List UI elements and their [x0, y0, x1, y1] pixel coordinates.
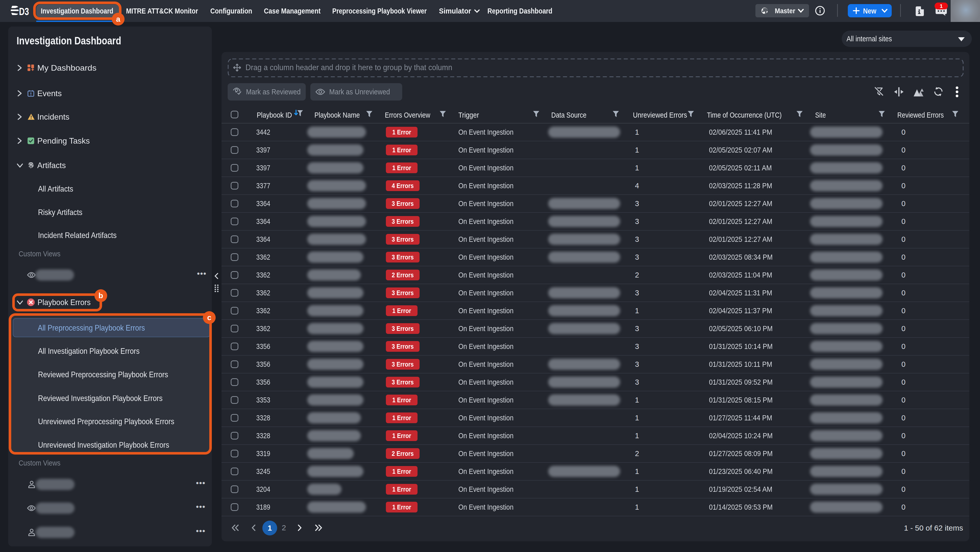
svg-text:D3: D3: [19, 6, 29, 17]
